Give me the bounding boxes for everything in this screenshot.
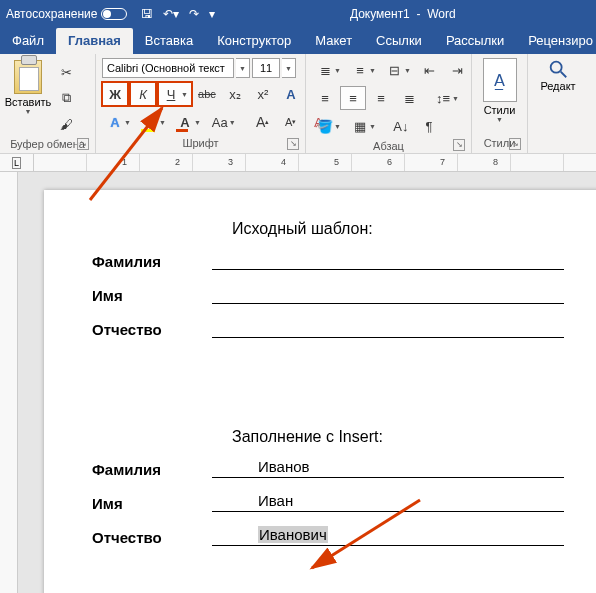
line-patronymic-2[interactable]: Иванович — [212, 526, 564, 546]
grow-font-button[interactable]: A▴ — [250, 110, 276, 134]
group-styles: A̲ Стили ▼ Стили↘ — [472, 54, 528, 153]
align-center-button[interactable]: ≡ — [340, 86, 366, 110]
align-left-icon: ≡ — [316, 89, 334, 107]
font-picker[interactable]: ▼ ▼ — [102, 58, 296, 78]
paint-bucket-icon: 🪣 — [316, 117, 334, 135]
change-case-button[interactable]: Aa▼ — [207, 110, 240, 134]
label-name: Имя — [92, 287, 212, 304]
font-color-button[interactable]: A▼ — [172, 110, 205, 134]
ribbon-tabs: Файл Главная Вставка Конструктор Макет С… — [0, 28, 596, 54]
svg-line-1 — [561, 72, 567, 78]
row-name-1: Имя — [92, 284, 564, 304]
label-surname: Фамилия — [92, 461, 212, 478]
tab-references[interactable]: Ссылки — [364, 28, 434, 54]
superscript-button[interactable]: x² — [250, 82, 276, 106]
line-spacing-icon: ↕≡ — [434, 89, 452, 107]
multilevel-button[interactable]: ⊟▼ — [382, 58, 415, 82]
line-patronymic-1[interactable] — [212, 318, 564, 338]
line-surname-1[interactable] — [212, 250, 564, 270]
ribbon: Вставить ▼ ✂ ⧉ 🖌 Буфер обмена↘ ▼ ▼ Ж К Ч… — [0, 54, 596, 154]
workspace: Исходный шаблон: Фамилия Имя Отчество За… — [0, 172, 596, 593]
chevron-down-icon[interactable]: ▼ — [25, 108, 32, 115]
toggle-off-icon[interactable] — [101, 8, 127, 20]
line-name-1[interactable] — [212, 284, 564, 304]
format-painter-button[interactable]: 🖌 — [53, 112, 79, 136]
save-icon[interactable]: 🖫 — [141, 7, 153, 21]
decrease-indent-button[interactable]: ⇤ — [417, 58, 443, 82]
bullets-button[interactable]: ≣▼ — [312, 58, 345, 82]
document-canvas[interactable]: Исходный шаблон: Фамилия Имя Отчество За… — [18, 172, 596, 593]
dialog-launcher-icon[interactable]: ↘ — [453, 139, 465, 151]
shading-button[interactable]: 🪣▼ — [312, 114, 345, 138]
line-name-2[interactable]: Иван — [212, 492, 564, 512]
tab-selector[interactable]: L — [0, 154, 34, 171]
cut-button[interactable]: ✂ — [53, 60, 79, 84]
highlighter-icon: ✎ — [141, 113, 159, 131]
font-name-dropdown[interactable]: ▼ — [236, 58, 250, 78]
font-name-input[interactable] — [102, 58, 234, 78]
font-outline-button[interactable]: A▼ — [102, 110, 135, 134]
title-bar: Автосохранение 🖫 ↶▾ ↷ ▾ Документ1 - Word — [0, 0, 596, 28]
ruler-vertical[interactable] — [0, 172, 18, 593]
justify-button[interactable]: ≣ — [396, 86, 422, 110]
ruler-horizontal[interactable]: L 1 2 3 4 5 6 7 8 — [0, 154, 596, 172]
tab-layout[interactable]: Макет — [303, 28, 364, 54]
redo-icon[interactable]: ↷ — [189, 7, 199, 21]
numbering-button[interactable]: ≡▼ — [347, 58, 380, 82]
copy-icon: ⧉ — [57, 89, 75, 107]
page[interactable]: Исходный шаблон: Фамилия Имя Отчество За… — [44, 190, 596, 593]
outdent-icon: ⇤ — [421, 61, 439, 79]
strike-button[interactable]: abc — [194, 82, 220, 106]
underline-button[interactable]: Ч▼ — [158, 82, 192, 106]
numbering-icon: ≡ — [351, 61, 369, 79]
tab-mailings[interactable]: Рассылки — [434, 28, 516, 54]
multilevel-icon: ⊟ — [386, 61, 404, 79]
group-font: ▼ ▼ Ж К Ч▼ abc x₂ x² A A▼ ✎▼ A▼ Aa▼ A▴ A… — [96, 54, 306, 153]
shrink-font-button[interactable]: A▾ — [278, 110, 304, 134]
align-center-icon: ≡ — [344, 89, 362, 107]
line-spacing-button[interactable]: ↕≡▼ — [430, 86, 463, 110]
tab-insert[interactable]: Вставка — [133, 28, 205, 54]
tab-design[interactable]: Конструктор — [205, 28, 303, 54]
show-marks-button[interactable]: ¶ — [416, 114, 442, 138]
quick-access-toolbar: 🖫 ↶▾ ↷ ▾ — [141, 7, 215, 21]
align-left-button[interactable]: ≡ — [312, 86, 338, 110]
row-name-2: Имя Иван — [92, 492, 564, 512]
autosave-toggle[interactable]: Автосохранение — [6, 7, 127, 21]
clipboard-icon — [14, 60, 42, 94]
justify-icon: ≣ — [400, 89, 418, 107]
subscript-button[interactable]: x₂ — [222, 82, 248, 106]
highlight-button[interactable]: ✎▼ — [137, 110, 170, 134]
undo-icon[interactable]: ↶▾ — [163, 7, 179, 21]
label-surname: Фамилия — [92, 253, 212, 270]
italic-button[interactable]: К — [130, 82, 156, 106]
text-effects-icon: A — [282, 85, 300, 103]
dialog-launcher-icon[interactable]: ↘ — [77, 138, 89, 150]
svg-point-0 — [551, 62, 562, 73]
font-size-input[interactable] — [252, 58, 280, 78]
line-surname-2[interactable]: Иванов — [212, 458, 564, 478]
tab-file[interactable]: Файл — [0, 28, 56, 54]
row-surname-1: Фамилия — [92, 250, 564, 270]
dialog-launcher-icon[interactable]: ↘ — [509, 138, 521, 150]
group-paragraph: ≣▼ ≡▼ ⊟▼ ⇤ ⇥ ≡ ≡ ≡ ≣ ↕≡▼ 🪣▼ ▦▼ A↓ ¶ — [306, 54, 472, 153]
tab-review[interactable]: Рецензиро — [516, 28, 596, 54]
bold-button[interactable]: Ж — [102, 82, 128, 106]
dialog-launcher-icon[interactable]: ↘ — [287, 138, 299, 150]
align-right-button[interactable]: ≡ — [368, 86, 394, 110]
text-effects-button[interactable]: A — [278, 82, 304, 106]
bullets-icon: ≣ — [316, 61, 334, 79]
paste-button[interactable]: Вставить ▼ — [6, 58, 50, 117]
selected-text[interactable]: Иванович — [258, 526, 328, 543]
font-size-dropdown[interactable]: ▼ — [282, 58, 296, 78]
sort-button[interactable]: A↓ — [388, 114, 414, 138]
borders-icon: ▦ — [351, 117, 369, 135]
label-name: Имя — [92, 495, 212, 512]
styles-button[interactable]: A̲ Стили ▼ — [480, 58, 520, 123]
borders-button[interactable]: ▦▼ — [347, 114, 380, 138]
copy-button[interactable]: ⧉ — [53, 86, 79, 110]
increase-indent-button[interactable]: ⇥ — [445, 58, 471, 82]
tab-home[interactable]: Главная — [56, 28, 133, 54]
window-title: Документ1 - Word — [215, 7, 590, 21]
find-button[interactable]: Редакт — [538, 58, 578, 92]
